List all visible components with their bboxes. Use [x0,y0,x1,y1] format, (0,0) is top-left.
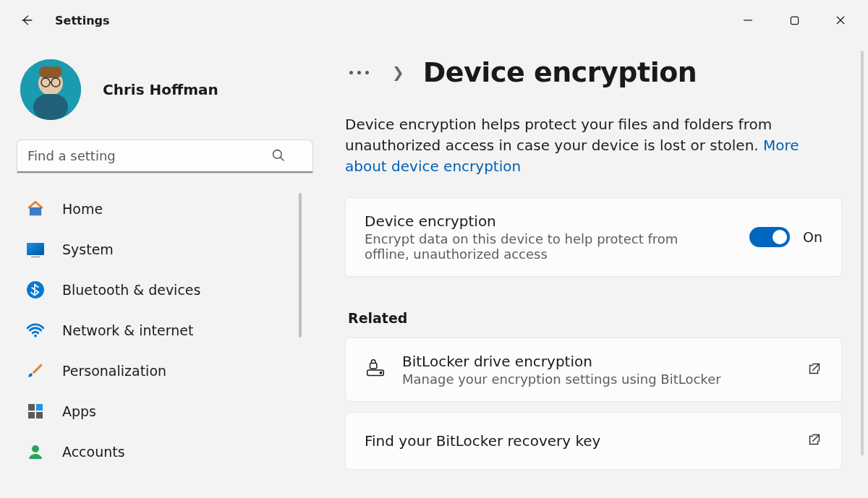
nav: Home System Bluetooth & devices Network … [17,190,297,471]
card-subtitle: Encrypt data on this device to help prot… [365,231,697,262]
toggle-state-label: On [803,229,822,245]
sidebar-item-bluetooth[interactable]: Bluetooth & devices [17,271,297,309]
intro-body: Device encryption helps protect your fil… [345,116,772,154]
arrow-left-icon [19,12,35,28]
avatar [20,59,81,120]
profile[interactable]: Chris Hoffman [20,59,297,120]
sidebar-item-label: Accounts [62,444,125,460]
sidebar-item-label: Network & internet [62,322,193,338]
sidebar: Chris Hoffman Home System [0,40,315,498]
close-icon [835,15,846,25]
svg-point-24 [380,372,381,373]
card-texts: BitLocker drive encryption Manage your e… [402,353,721,387]
svg-rect-21 [36,412,43,418]
search-box [17,140,297,173]
svg-rect-14 [27,243,44,255]
account-icon [26,442,45,461]
back-button[interactable] [12,5,42,35]
sidebar-item-label: Personalization [62,363,166,379]
close-button[interactable] [817,4,864,37]
minimize-icon [743,15,753,25]
page-title: Device encryption [423,56,697,88]
brush-icon [26,361,45,380]
sidebar-item-label: Home [62,201,103,217]
search-input[interactable] [17,140,312,173]
sidebar-item-home[interactable]: Home [17,190,297,228]
sidebar-item-apps[interactable]: Apps [17,392,297,430]
sidebar-item-label: Bluetooth & devices [62,282,200,298]
toggle-wrap: On [749,227,822,247]
maximize-button[interactable] [771,4,817,37]
window-controls [725,4,864,37]
titlebar: Settings [0,0,868,40]
window: Settings [0,0,868,498]
apps-icon [26,402,45,421]
lock-drive-icon [365,358,386,382]
svg-point-22 [32,445,39,452]
minimize-button[interactable] [725,4,771,37]
card-title: Find your BitLocker recovery key [365,432,600,450]
bitlocker-drive-encryption-card[interactable]: BitLocker drive encryption Manage your e… [345,338,842,402]
open-external-icon [807,361,822,379]
search-icon [271,148,286,166]
page-scrollbar[interactable] [861,51,864,455]
sidebar-item-personalization[interactable]: Personalization [17,352,297,390]
dot-icon [365,71,369,74]
card-texts: Device encryption Encrypt data on this d… [365,212,697,262]
dot-icon [357,71,361,74]
device-encryption-card: Device encryption Encrypt data on this d… [345,197,842,277]
svg-point-11 [273,150,282,158]
svg-rect-1 [791,17,798,24]
svg-line-12 [281,157,284,160]
breadcrumb: ❯ Device encryption [345,56,842,88]
svg-rect-19 [36,404,43,411]
related-section-label: Related [348,310,842,326]
sidebar-scrollbar[interactable] [299,193,302,338]
open-external-icon [807,432,822,450]
sidebar-item-network[interactable]: Network & internet [17,312,297,349]
breadcrumb-more-button[interactable] [345,66,373,79]
dot-icon [349,71,353,74]
card-title: Device encryption [365,212,697,230]
bitlocker-recovery-key-card[interactable]: Find your BitLocker recovery key [345,412,842,470]
svg-point-17 [34,335,37,338]
app-title: Settings [55,14,110,27]
svg-rect-6 [33,94,68,120]
home-icon [26,199,45,218]
body: Chris Hoffman Home System [0,40,868,498]
sidebar-item-system[interactable]: System [17,231,297,268]
main-content: ❯ Device encryption Device encryption he… [315,40,868,498]
device-encryption-toggle[interactable] [749,227,790,247]
card-subtitle: Manage your encryption settings using Bi… [402,372,721,387]
wifi-icon [26,321,45,340]
svg-rect-18 [28,404,35,411]
bluetooth-icon [26,280,45,299]
intro-text: Device encryption helps protect your fil… [345,114,842,177]
svg-rect-25 [370,363,377,369]
profile-name: Chris Hoffman [103,81,218,98]
svg-rect-15 [31,257,40,257]
sidebar-item-label: System [62,241,114,257]
sidebar-item-accounts[interactable]: Accounts [17,433,297,471]
sidebar-item-label: Apps [62,403,96,419]
chevron-right-icon: ❯ [392,64,404,81]
svg-rect-20 [28,412,35,418]
toggle-knob [773,230,787,244]
svg-rect-7 [39,66,62,78]
card-title: BitLocker drive encryption [402,353,721,370]
maximize-icon [790,16,799,25]
system-icon [26,240,45,259]
card-texts: Find your BitLocker recovery key [365,432,600,450]
